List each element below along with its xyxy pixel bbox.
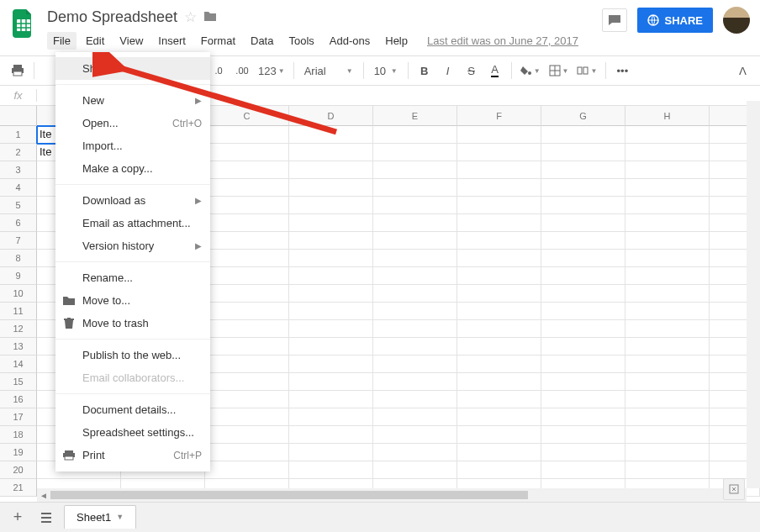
cell[interactable] — [289, 250, 373, 267]
column-header[interactable]: E — [373, 106, 457, 126]
cell[interactable] — [457, 303, 541, 320]
menu-data[interactable]: Data — [245, 32, 279, 50]
cell[interactable] — [205, 232, 289, 250]
menu-file[interactable]: File — [47, 32, 77, 50]
cell[interactable] — [289, 426, 373, 444]
cell[interactable] — [205, 144, 289, 161]
row-header[interactable]: 13 — [0, 338, 37, 356]
menu-insert[interactable]: Insert — [152, 32, 192, 50]
cell[interactable] — [373, 144, 457, 161]
file-menu-item[interactable]: Move to trash — [55, 312, 210, 334]
cell[interactable] — [457, 391, 541, 408]
cell[interactable] — [541, 285, 625, 303]
cell[interactable] — [289, 232, 373, 250]
cell[interactable] — [289, 197, 373, 214]
cell[interactable] — [625, 373, 710, 391]
cell[interactable] — [373, 232, 457, 250]
cell[interactable] — [289, 161, 373, 179]
cell[interactable] — [457, 144, 541, 161]
cell[interactable] — [373, 161, 457, 179]
increase-decimal-button[interactable]: .00 — [231, 60, 253, 82]
cell[interactable] — [289, 391, 373, 408]
row-header[interactable]: 14 — [0, 356, 37, 373]
cell[interactable] — [541, 373, 625, 391]
move-folder-icon[interactable] — [203, 10, 217, 24]
cell[interactable] — [373, 426, 457, 444]
cell[interactable] — [205, 250, 289, 267]
cell[interactable] — [457, 197, 541, 214]
file-menu-item[interactable]: Spreadsheet settings... — [55, 421, 210, 444]
share-button[interactable]: SHARE — [637, 8, 713, 33]
cell[interactable] — [373, 391, 457, 408]
cell[interactable] — [457, 320, 541, 338]
merge-cells-button[interactable]: ▼ — [573, 60, 600, 82]
cell[interactable] — [541, 320, 625, 338]
cell[interactable] — [625, 408, 710, 426]
cell[interactable] — [373, 408, 457, 426]
cell[interactable] — [625, 161, 710, 179]
cell[interactable] — [205, 391, 289, 408]
cell[interactable] — [541, 197, 625, 214]
cell[interactable] — [625, 179, 710, 197]
cell[interactable] — [541, 144, 625, 161]
row-header[interactable]: 10 — [0, 285, 37, 303]
column-header[interactable]: F — [457, 106, 541, 126]
sheets-logo[interactable] — [7, 7, 40, 40]
account-avatar[interactable] — [723, 7, 750, 34]
text-color-button[interactable]: A — [484, 60, 506, 82]
cell[interactable] — [289, 356, 373, 373]
row-header[interactable]: 18 — [0, 426, 37, 444]
menu-add-ons[interactable]: Add-ons — [324, 32, 376, 50]
cell[interactable] — [457, 426, 541, 444]
cell[interactable] — [373, 267, 457, 285]
cell[interactable] — [205, 408, 289, 426]
cell[interactable] — [205, 214, 289, 232]
cell[interactable] — [541, 408, 625, 426]
cell[interactable] — [457, 161, 541, 179]
column-header[interactable]: D — [289, 106, 373, 126]
cell[interactable] — [289, 408, 373, 426]
cell[interactable] — [541, 126, 625, 144]
column-header[interactable]: C — [205, 106, 289, 126]
add-sheet-button[interactable]: + — [7, 507, 29, 529]
cell[interactable] — [289, 320, 373, 338]
cell[interactable] — [625, 285, 710, 303]
row-header[interactable]: 11 — [0, 303, 37, 320]
cell[interactable] — [457, 214, 541, 232]
cell[interactable] — [373, 338, 457, 356]
cell[interactable] — [457, 338, 541, 356]
file-menu-item[interactable]: Email as attachment... — [55, 212, 210, 234]
file-menu-item[interactable]: Make a copy... — [55, 157, 210, 180]
file-menu-item[interactable]: Share... — [55, 57, 210, 80]
cell[interactable] — [373, 461, 457, 479]
cell[interactable] — [373, 320, 457, 338]
explore-button[interactable] — [723, 478, 745, 500]
column-header[interactable]: G — [541, 106, 625, 126]
cell[interactable] — [373, 356, 457, 373]
cell[interactable] — [205, 444, 289, 461]
cell[interactable] — [457, 126, 541, 144]
cell[interactable] — [541, 356, 625, 373]
row-header[interactable]: 9 — [0, 267, 37, 285]
cell[interactable] — [457, 444, 541, 461]
cell[interactable] — [289, 267, 373, 285]
borders-button[interactable]: ▼ — [546, 60, 573, 82]
file-menu-item[interactable]: New▶ — [55, 89, 210, 112]
row-header[interactable]: 19 — [0, 444, 37, 461]
cell[interactable] — [373, 373, 457, 391]
cell[interactable] — [457, 250, 541, 267]
cell[interactable] — [457, 356, 541, 373]
decrease-decimal-button[interactable]: .0 — [208, 60, 230, 82]
column-header[interactable]: H — [625, 106, 710, 126]
cell[interactable] — [373, 285, 457, 303]
file-menu-item[interactable]: Rename... — [55, 266, 210, 289]
row-header[interactable]: 12 — [0, 320, 37, 338]
cell[interactable] — [625, 267, 710, 285]
cell[interactable] — [541, 250, 625, 267]
cell[interactable] — [625, 391, 710, 408]
horizontal-scrollbar[interactable]: ◄► — [37, 488, 747, 502]
cell[interactable] — [289, 144, 373, 161]
cell[interactable] — [541, 426, 625, 444]
cell[interactable] — [457, 285, 541, 303]
cell[interactable] — [205, 126, 289, 144]
